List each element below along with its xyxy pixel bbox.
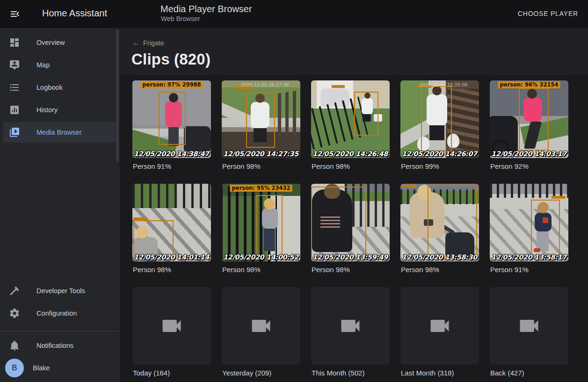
clip-card[interactable]: person: 96% 32154 12/05/2020 14:03:17 Pe… [490,80,568,184]
item-highlight [3,100,116,120]
sidebar-item-notifications[interactable]: Notifications [0,334,120,357]
cog-icon [9,308,20,319]
clip-thumbnail[interactable]: 12/05/2020 14:26:48 [311,80,390,158]
folder-tile[interactable] [132,287,211,365]
sidebar-item-logbook[interactable]: Logbook [0,76,120,99]
scene-shape [447,89,479,150]
clip-timestamp-overlay: 12/05/2020 14:00:52 [223,253,298,261]
folder-tile[interactable] [311,287,390,365]
sidebar-item-overview[interactable]: Overview [0,31,120,54]
folder-tile[interactable] [400,287,479,365]
clip-label: Person 98% [222,162,300,171]
clip-thumbnail[interactable]: 12/05/2020 13:58:17 [490,184,568,261]
sidebar-item-label: Overview [36,39,65,46]
scene-shape [132,184,211,208]
sidebar-item-label: Developer Tools [36,287,85,295]
folder-label: Back (427) [490,369,568,377]
clip-thumbnail[interactable]: person: 97% 29988 12/05/2020 14:38:47 [132,80,211,158]
video-camera-icon [428,314,452,338]
detection-box [159,92,186,145]
detection-box [133,220,174,259]
clip-thumbnail[interactable]: 2020-12-05 16:26:06 12/05/2020 14:26:07 [400,80,479,158]
clip-label: Person 99% [401,162,479,171]
detection-box [354,92,378,136]
clip-card[interactable]: person: 97% 29988 12/05/2020 14:38:47 Pe… [132,80,211,184]
clip-thumbnail[interactable]: 12/05/2020 14:01:14 [132,184,211,261]
sidebar-scrollbar[interactable] [116,30,118,162]
sidebar-item-label: Notifications [36,342,73,349]
detection-box [519,88,549,151]
sidebar-item-map[interactable]: Map [0,54,120,76]
clip-timestamp-overlay: 12/05/2020 13:58:30 [402,253,477,261]
video-camera-icon [249,314,273,338]
clip-card[interactable]: 12/05/2020 13:59:49 Person 98% [311,184,390,287]
clip-card[interactable]: 12/05/2020 13:58:30 Person 98% [400,184,479,287]
folder-label: Yesterday (209) [222,369,300,377]
clip-card[interactable]: 12/05/2020 13:58:17 Person 91% [490,184,568,287]
detection-box [311,187,366,258]
video-camera-icon [338,314,363,338]
clip-card[interactable]: 2020-12-05 16:26:06 12/05/2020 14:26:07 … [400,80,479,184]
chart-box-icon [9,104,20,115]
clip-timestamp-overlay: 12/05/2020 14:38:47 [134,150,209,158]
clip-timestamp-overlay: 12/05/2020 14:26:07 [402,150,477,158]
detection-label: person: 95% 23432 [230,185,292,192]
folder-card-today[interactable]: Today (164) [132,287,211,382]
hammer-icon [9,285,20,296]
clip-card[interactable]: 2020-12-05 16:27:35 12/05/2020 14:27:35 … [222,80,300,184]
clip-label: Person 98% [312,266,390,274]
sidebar-item-configuration[interactable]: Configuration [0,302,120,324]
detection-label: person: 96% 32154 [498,81,560,88]
sidebar-nav: Overview Map Logbook History [0,28,120,144]
breadcrumb-label: Frigate [143,39,164,47]
detection-mini-label [402,185,416,187]
video-camera-icon [160,314,184,338]
folder-card-last-month[interactable]: Last Month (318) [400,287,479,382]
menu-open-icon[interactable] [9,8,21,20]
detection-label: person: 97% 29988 [141,81,203,88]
sidebar-item-media-browser[interactable]: Media Browser [0,121,120,144]
sidebar-item-developer-tools[interactable]: Developer Tools [0,280,120,302]
play-box-multiple-icon [9,127,20,138]
scene-shape [184,126,211,151]
clip-thumbnail[interactable]: 12/05/2020 13:59:49 [311,184,390,261]
choose-player-button[interactable]: CHOOSE PLAYER [518,10,578,17]
clip-thumbnail[interactable]: 2020-12-05 16:27:35 12/05/2020 14:27:35 [222,80,300,158]
item-highlight [3,55,116,75]
clip-card[interactable]: 12/05/2020 14:26:48 Person 98% [311,80,390,184]
clip-thumbnail[interactable]: person: 95% 23432 12/05/2020 14:00:52 [222,184,300,261]
detection-box [421,86,452,151]
folder-label: Today (164) [133,369,211,377]
clip-thumbnail[interactable]: person: 96% 32154 12/05/2020 14:03:17 [490,80,568,158]
media-browser-content: person: 97% 29988 12/05/2020 14:38:47 Pe… [120,75,588,382]
app-title: Home Assistant [42,8,107,19]
arrow-left-icon: ← [132,39,140,47]
page-header-subtitle: Web Browser [161,15,200,22]
clip-label: Person 91% [490,266,568,274]
folder-card-this-month[interactable]: This Month (502) [311,287,390,382]
breadcrumb-back[interactable]: ← Frigate [132,39,164,47]
clip-timestamp-overlay: 12/05/2020 13:59:49 [312,253,388,261]
sidebar-item-label: Map [36,61,50,69]
clip-thumbnail[interactable]: 12/05/2020 13:58:30 [400,184,479,261]
folder-tile[interactable] [490,287,568,365]
sidebar-item-label: History [36,106,58,114]
folder-card-yesterday[interactable]: Yesterday (209) [222,287,300,382]
video-camera-icon [517,314,541,338]
clip-card[interactable]: person: 95% 23432 12/05/2020 14:00:52 Pe… [222,184,300,287]
sidebar-item-history[interactable]: History [0,99,120,121]
avatar: B [5,359,24,377]
detection-mini-label [552,196,566,199]
sidebar-item-user-profile[interactable]: B Blake [0,357,120,379]
clip-label: Person 98% [133,266,211,274]
clip-label: Person 91% [133,162,211,171]
folder-tile[interactable] [222,287,300,365]
detection-box [256,195,283,259]
clip-timestamp-overlay: 12/05/2020 14:27:35 [223,150,298,158]
folder-card-back[interactable]: Back (427) [490,287,568,382]
bell-icon [9,340,20,351]
detection-box [428,185,477,257]
detection-mini-label [332,85,345,88]
clip-card[interactable]: 12/05/2020 14:01:14 Person 98% [132,184,211,287]
clip-label: Person 98% [312,162,390,171]
